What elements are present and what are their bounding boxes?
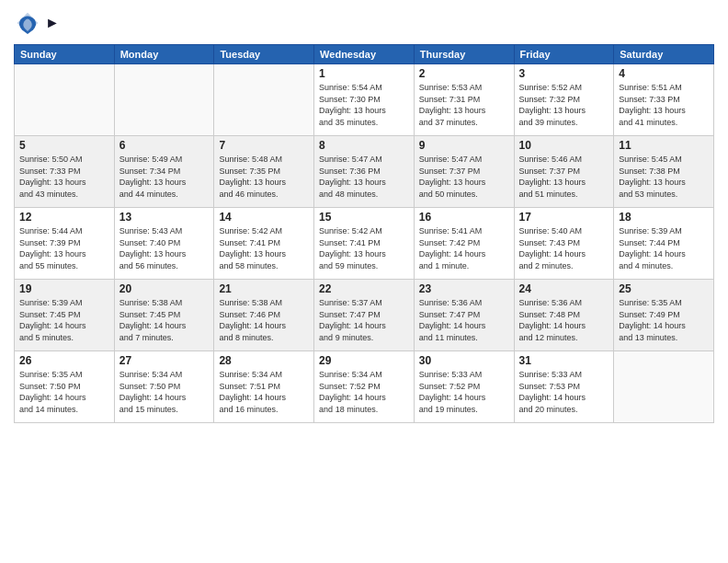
calendar-cell: 15Sunrise: 5:42 AM Sunset: 7:41 PM Dayli… xyxy=(314,208,415,280)
day-number: 4 xyxy=(619,67,709,80)
day-number: 11 xyxy=(619,139,709,152)
calendar-cell: 30Sunrise: 5:33 AM Sunset: 7:52 PM Dayli… xyxy=(414,351,514,423)
day-number: 17 xyxy=(519,211,609,224)
calendar-cell: 5Sunrise: 5:50 AM Sunset: 7:33 PM Daylig… xyxy=(15,136,115,208)
weekday-header-sunday: Sunday xyxy=(15,45,115,64)
calendar-cell: 12Sunrise: 5:44 AM Sunset: 7:39 PM Dayli… xyxy=(15,208,115,280)
calendar-cell: 2Sunrise: 5:53 AM Sunset: 7:31 PM Daylig… xyxy=(414,64,514,136)
calendar-cell xyxy=(214,64,314,136)
day-number: 6 xyxy=(119,139,210,152)
day-number: 12 xyxy=(19,211,109,224)
day-number: 22 xyxy=(319,282,409,295)
calendar-cell: 3Sunrise: 5:52 AM Sunset: 7:32 PM Daylig… xyxy=(514,64,614,136)
calendar-week-row: 19Sunrise: 5:39 AM Sunset: 7:45 PM Dayli… xyxy=(15,280,714,351)
calendar-cell: 13Sunrise: 5:43 AM Sunset: 7:40 PM Dayli… xyxy=(114,208,214,280)
day-info: Sunrise: 5:38 AM Sunset: 7:46 PM Dayligh… xyxy=(219,297,309,343)
calendar-cell xyxy=(15,64,115,136)
calendar-cell: 27Sunrise: 5:34 AM Sunset: 7:50 PM Dayli… xyxy=(114,351,214,423)
day-number: 10 xyxy=(519,139,609,152)
calendar-cell: 29Sunrise: 5:34 AM Sunset: 7:52 PM Dayli… xyxy=(314,351,415,423)
calendar-week-row: 5Sunrise: 5:50 AM Sunset: 7:33 PM Daylig… xyxy=(15,136,714,208)
calendar-cell: 6Sunrise: 5:49 AM Sunset: 7:34 PM Daylig… xyxy=(114,136,214,208)
calendar-cell: 8Sunrise: 5:47 AM Sunset: 7:36 PM Daylig… xyxy=(314,136,415,208)
day-number: 1 xyxy=(319,67,409,80)
day-number: 23 xyxy=(419,282,509,295)
calendar-cell: 22Sunrise: 5:37 AM Sunset: 7:47 PM Dayli… xyxy=(314,280,415,351)
day-info: Sunrise: 5:36 AM Sunset: 7:48 PM Dayligh… xyxy=(519,297,609,343)
calendar-cell xyxy=(614,351,714,423)
calendar-cell: 11Sunrise: 5:45 AM Sunset: 7:38 PM Dayli… xyxy=(614,136,714,208)
day-number: 30 xyxy=(419,354,509,367)
day-number: 8 xyxy=(319,139,409,152)
day-number: 7 xyxy=(219,139,309,152)
day-info: Sunrise: 5:34 AM Sunset: 7:50 PM Dayligh… xyxy=(119,369,210,415)
day-number: 18 xyxy=(619,211,709,224)
day-info: Sunrise: 5:38 AM Sunset: 7:45 PM Dayligh… xyxy=(119,297,210,343)
day-info: Sunrise: 5:34 AM Sunset: 7:51 PM Dayligh… xyxy=(219,369,309,415)
day-number: 21 xyxy=(219,282,309,295)
day-number: 16 xyxy=(419,211,509,224)
calendar-week-row: 1Sunrise: 5:54 AM Sunset: 7:30 PM Daylig… xyxy=(15,64,714,136)
calendar-cell: 31Sunrise: 5:33 AM Sunset: 7:53 PM Dayli… xyxy=(514,351,614,423)
day-number: 27 xyxy=(119,354,210,367)
day-number: 5 xyxy=(19,139,109,152)
day-number: 14 xyxy=(219,211,309,224)
day-info: Sunrise: 5:42 AM Sunset: 7:41 PM Dayligh… xyxy=(219,225,309,271)
day-number: 26 xyxy=(19,354,109,367)
day-info: Sunrise: 5:51 AM Sunset: 7:33 PM Dayligh… xyxy=(619,82,709,128)
day-info: Sunrise: 5:43 AM Sunset: 7:40 PM Dayligh… xyxy=(119,225,210,271)
day-info: Sunrise: 5:47 AM Sunset: 7:37 PM Dayligh… xyxy=(419,154,509,200)
calendar-cell: 14Sunrise: 5:42 AM Sunset: 7:41 PM Dayli… xyxy=(214,208,314,280)
calendar-week-row: 12Sunrise: 5:44 AM Sunset: 7:39 PM Dayli… xyxy=(15,208,714,280)
calendar-cell: 19Sunrise: 5:39 AM Sunset: 7:45 PM Dayli… xyxy=(15,280,115,351)
calendar-cell: 21Sunrise: 5:38 AM Sunset: 7:46 PM Dayli… xyxy=(214,280,314,351)
calendar-cell: 24Sunrise: 5:36 AM Sunset: 7:48 PM Dayli… xyxy=(514,280,614,351)
day-number: 3 xyxy=(519,67,609,80)
calendar-cell: 17Sunrise: 5:40 AM Sunset: 7:43 PM Dayli… xyxy=(514,208,614,280)
weekday-header-saturday: Saturday xyxy=(614,45,714,64)
weekday-header-thursday: Thursday xyxy=(414,45,514,64)
day-number: 20 xyxy=(119,282,210,295)
calendar-cell: 9Sunrise: 5:47 AM Sunset: 7:37 PM Daylig… xyxy=(414,136,514,208)
calendar-cell xyxy=(114,64,214,136)
day-info: Sunrise: 5:40 AM Sunset: 7:43 PM Dayligh… xyxy=(519,225,609,271)
day-number: 31 xyxy=(519,354,609,367)
day-info: Sunrise: 5:39 AM Sunset: 7:45 PM Dayligh… xyxy=(19,297,109,343)
logo: ► xyxy=(14,9,60,37)
calendar-cell: 26Sunrise: 5:35 AM Sunset: 7:50 PM Dayli… xyxy=(15,351,115,423)
day-number: 25 xyxy=(619,282,709,295)
day-info: Sunrise: 5:37 AM Sunset: 7:47 PM Dayligh… xyxy=(319,297,409,343)
day-info: Sunrise: 5:49 AM Sunset: 7:34 PM Dayligh… xyxy=(119,154,210,200)
day-number: 29 xyxy=(319,354,409,367)
day-info: Sunrise: 5:41 AM Sunset: 7:42 PM Dayligh… xyxy=(419,225,509,271)
day-info: Sunrise: 5:48 AM Sunset: 7:35 PM Dayligh… xyxy=(219,154,309,200)
day-info: Sunrise: 5:35 AM Sunset: 7:50 PM Dayligh… xyxy=(19,369,109,415)
day-number: 2 xyxy=(419,67,509,80)
logo-icon xyxy=(14,9,41,37)
day-number: 24 xyxy=(519,282,609,295)
day-info: Sunrise: 5:35 AM Sunset: 7:49 PM Dayligh… xyxy=(619,297,709,343)
day-number: 15 xyxy=(319,211,409,224)
day-number: 19 xyxy=(19,282,109,295)
weekday-header-tuesday: Tuesday xyxy=(214,45,314,64)
day-info: Sunrise: 5:54 AM Sunset: 7:30 PM Dayligh… xyxy=(319,82,409,128)
weekday-header-row: SundayMondayTuesdayWednesdayThursdayFrid… xyxy=(15,45,714,64)
calendar-cell: 18Sunrise: 5:39 AM Sunset: 7:44 PM Dayli… xyxy=(614,208,714,280)
day-info: Sunrise: 5:47 AM Sunset: 7:36 PM Dayligh… xyxy=(319,154,409,200)
day-number: 28 xyxy=(219,354,309,367)
day-info: Sunrise: 5:45 AM Sunset: 7:38 PM Dayligh… xyxy=(619,154,709,200)
day-info: Sunrise: 5:46 AM Sunset: 7:37 PM Dayligh… xyxy=(519,154,609,200)
logo-text: ► xyxy=(45,15,60,31)
calendar-cell: 10Sunrise: 5:46 AM Sunset: 7:37 PM Dayli… xyxy=(514,136,614,208)
day-number: 9 xyxy=(419,139,509,152)
day-info: Sunrise: 5:52 AM Sunset: 7:32 PM Dayligh… xyxy=(519,82,609,128)
weekday-header-monday: Monday xyxy=(114,45,214,64)
calendar-cell: 16Sunrise: 5:41 AM Sunset: 7:42 PM Dayli… xyxy=(414,208,514,280)
calendar-cell: 23Sunrise: 5:36 AM Sunset: 7:47 PM Dayli… xyxy=(414,280,514,351)
calendar-week-row: 26Sunrise: 5:35 AM Sunset: 7:50 PM Dayli… xyxy=(15,351,714,423)
weekday-header-friday: Friday xyxy=(514,45,614,64)
day-info: Sunrise: 5:33 AM Sunset: 7:52 PM Dayligh… xyxy=(419,369,509,415)
day-info: Sunrise: 5:53 AM Sunset: 7:31 PM Dayligh… xyxy=(419,82,509,128)
weekday-header-wednesday: Wednesday xyxy=(314,45,415,64)
day-info: Sunrise: 5:39 AM Sunset: 7:44 PM Dayligh… xyxy=(619,225,709,271)
